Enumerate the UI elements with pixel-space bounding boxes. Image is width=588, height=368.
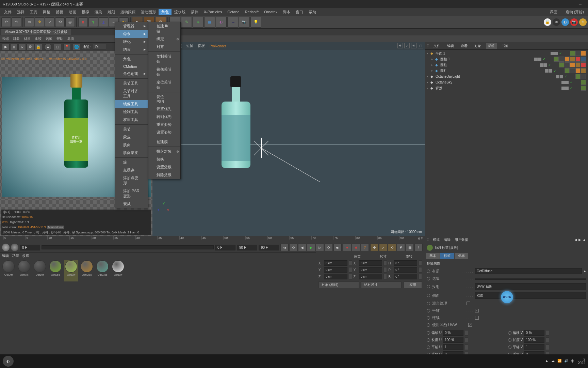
key-param[interactable]: P	[397, 244, 405, 251]
menu-item-镜像工具[interactable]: 镜像工具	[115, 100, 148, 108]
om-tab-file[interactable]: 文件	[431, 43, 442, 49]
menu-item-蒙皮[interactable]: 蒙皮	[115, 133, 148, 141]
coord-mode-dropdown[interactable]: 对象 (相对)	[318, 281, 359, 288]
submenu-item-定位关节链[interactable]: 定位关节链	[148, 78, 180, 91]
pv-play[interactable]: ▶	[2, 44, 10, 50]
material-slot-OctMix[interactable]: OctMix	[17, 260, 31, 281]
key-pos[interactable]: ✥	[370, 244, 378, 251]
tile-u-input[interactable]: 1	[443, 344, 463, 350]
object-tree[interactable]: ▸◆平面.1✓▸◆圆柱.1✓▸◆圆柱✓▸◆圆柱✓▸◆OctaneDayLight…	[425, 50, 588, 236]
tray-up-icon[interactable]: ▲	[545, 359, 549, 364]
material-shelf[interactable]: OctDiffOctMixOctDiffOctSpeOctDiffOctGlos…	[0, 259, 316, 283]
attr-userdata[interactable]: 用户数据	[455, 237, 468, 242]
attr-edit[interactable]: 编辑	[444, 237, 451, 242]
submenu-item-设置姿势[interactable]: 设置姿势	[148, 128, 180, 136]
menu-snap[interactable]: 捕捉	[53, 9, 66, 15]
object-row-平面.1[interactable]: ▸◆平面.1✓	[425, 50, 587, 56]
menu-item-约束[interactable]: 约束	[115, 46, 148, 53]
submenu-item-替换[interactable]: 替换	[148, 155, 180, 163]
submenu-item-解除父级[interactable]: 解除父级	[148, 171, 180, 179]
om-tab-tag[interactable]: 标签	[486, 43, 497, 49]
attr-next[interactable]: ▶	[578, 238, 581, 242]
nurbs[interactable]: ◈	[193, 17, 203, 28]
key-opts[interactable]: ⦙	[414, 244, 423, 251]
attr-tab-tag[interactable]: 标签	[440, 253, 454, 259]
material-link-field[interactable]: OctDiffuse	[475, 268, 582, 274]
menu-script[interactable]: 脚本	[280, 9, 293, 15]
array[interactable]: ▦	[204, 17, 215, 28]
material-slot-OctGlos[interactable]: OctGlos	[80, 260, 94, 281]
menu-octane[interactable]: Octane	[225, 9, 242, 15]
attr-tab-coord[interactable]: 坐标	[455, 253, 468, 259]
length-v-input[interactable]: 100 %	[524, 337, 544, 343]
offset-v-input[interactable]: 0 %	[524, 330, 544, 336]
minimize-button[interactable]: ─	[575, 1, 585, 7]
layout-dropdown[interactable]: 启动 (开始)	[563, 9, 587, 15]
axis-z-lock[interactable]: Z	[99, 17, 108, 27]
om-visible[interactable]: 👁	[553, 18, 560, 26]
menu-item-角色[interactable]: 角色	[115, 55, 148, 63]
btab-func[interactable]: 功能	[12, 254, 19, 258]
move-tool[interactable]: ✥	[35, 17, 44, 27]
key-rot[interactable]: ⟲	[388, 244, 396, 251]
end-frame-2[interactable]: 90 F	[259, 245, 279, 250]
key-options[interactable]: ?	[361, 244, 369, 251]
layout-label[interactable]: 界面	[547, 9, 560, 15]
om-tab-obj[interactable]: 对象	[472, 43, 483, 49]
coord-apply-button[interactable]: 应用	[404, 281, 422, 288]
sm-obj[interactable]: 对象	[13, 36, 20, 41]
menu-mesh[interactable]: 网格	[40, 9, 53, 15]
menu-item-管理器[interactable]: 管理器	[115, 22, 148, 30]
next-frame[interactable]: ▷	[316, 244, 324, 251]
menu-item-肌肉蒙皮[interactable]: 肌肉蒙皮	[115, 149, 148, 157]
taskbar-c4d-icon[interactable]: ◐	[3, 356, 14, 367]
menu-item-关节工具[interactable]: 关节工具	[115, 79, 148, 87]
material-picker-arrow[interactable]: ▸	[584, 269, 586, 273]
menu-help[interactable]: 帮助	[306, 9, 319, 15]
prev-key[interactable]: ⟲	[289, 244, 297, 251]
submenu-item-设置优先[interactable]: 设置优先	[148, 105, 180, 113]
axis-x-lock[interactable]: X	[78, 17, 88, 27]
menu-item-肌肉[interactable]: 肌肉	[115, 141, 148, 149]
om-sun[interactable]: ☀	[579, 18, 587, 26]
select-tool[interactable]: ▭	[24, 17, 34, 27]
material-slot-OctGlos[interactable]: OctGlos	[95, 260, 110, 281]
channel-dropdown[interactable]: DL	[93, 44, 106, 50]
prev-frame[interactable]: ◀	[298, 244, 306, 251]
attr-prev[interactable]: ◀	[574, 238, 577, 242]
om-lock[interactable]: 🔓	[544, 18, 551, 26]
record-key[interactable]: ●	[343, 244, 351, 251]
timeline-ruler[interactable]: 051015202530354045505560657075808590 0 F	[0, 236, 425, 243]
om-tab-edit[interactable]: 编辑	[445, 43, 456, 49]
length-u-input[interactable]: 100 %	[443, 337, 463, 343]
offset-u-input[interactable]: 0 %	[443, 330, 463, 336]
play[interactable]: ▶	[307, 244, 315, 251]
object-row-背景[interactable]: ▸◆背景✓	[425, 85, 587, 91]
vp-pan[interactable]: ✥	[397, 43, 403, 48]
spline-pen[interactable]: ✎	[181, 17, 192, 28]
tray-cloud-icon[interactable]: ☁	[551, 359, 555, 364]
bottle-3d-model[interactable]	[219, 76, 253, 172]
menu-track[interactable]: 运动跟踪	[118, 9, 138, 15]
om-render[interactable]: 📷	[570, 18, 578, 26]
menu-item-簇[interactable]: 簇	[115, 158, 148, 166]
undo-button[interactable]: ↶	[1, 17, 11, 27]
vp-orbit[interactable]: ⟲	[411, 43, 416, 48]
attr-mode[interactable]: 模式	[433, 237, 440, 242]
sm-compare[interactable]: 比较	[35, 36, 42, 41]
menu-plugins[interactable]: 插件	[188, 9, 201, 15]
menu-item-点缓存[interactable]: 点缓存	[115, 166, 148, 174]
deformer[interactable]: ◐	[216, 17, 227, 28]
vp-menu-filter[interactable]: 过滤	[186, 44, 193, 48]
menu-item-命令[interactable]: 命令	[115, 30, 148, 38]
om-tab-bookmark[interactable]: 书签	[500, 43, 510, 49]
object-row-圆柱[interactable]: ▸◆圆柱✓	[425, 62, 587, 68]
sm-opts[interactable]: 选项	[46, 36, 52, 41]
tray-wifi-icon[interactable]: 📶	[557, 359, 561, 364]
menu-render[interactable]: 渲染	[92, 9, 105, 15]
selection-field[interactable]	[475, 278, 586, 280]
submenu-item-转到优先[interactable]: 转到优先	[148, 113, 180, 121]
menu-item-绘制工具[interactable]: 绘制工具	[115, 108, 148, 116]
vp-menu-prorender[interactable]: ProRender	[210, 44, 226, 48]
submenu-item-复位 PSR[interactable]: 复位 PSR	[148, 93, 180, 105]
